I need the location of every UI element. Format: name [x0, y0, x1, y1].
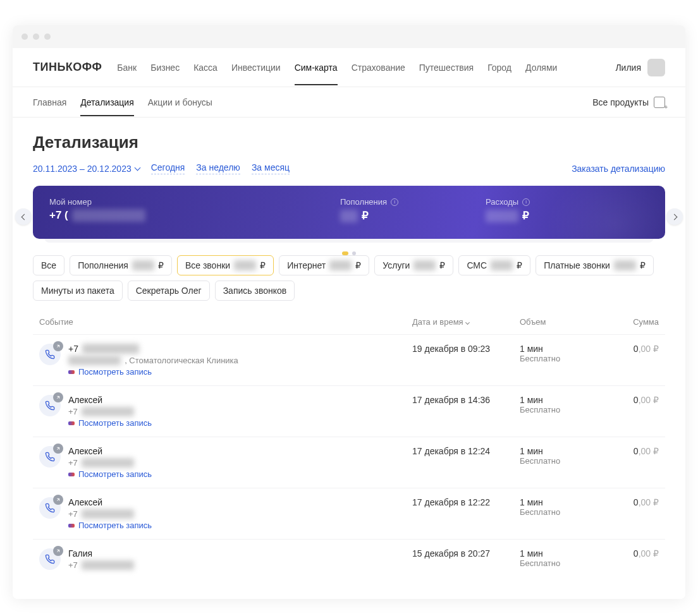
cell-sum: 0,00 ₽ [608, 446, 659, 479]
event-subtitle: 000 000 00 00, Стоматологическая Клиника [68, 356, 238, 365]
cell-sum: 0,00 ₽ [608, 497, 659, 530]
hero-topups-label: Пополненияi [340, 197, 486, 207]
th-sum[interactable]: Сумма [608, 317, 659, 327]
hero-expenses-label: Расходыi [486, 197, 649, 207]
filter-chip[interactable]: Секретарь Олег [128, 281, 210, 301]
hero-topups-value: 000₽ [340, 209, 486, 222]
masked-number: 000) 000-00-00 [72, 209, 145, 222]
topnav-item[interactable]: Касса [193, 50, 217, 85]
view-recording-link[interactable]: Посмотреть запись [68, 418, 152, 428]
filter-chip[interactable]: Все звонки00,00₽ [177, 255, 274, 275]
table-row[interactable]: Алексей+7 000 000 00 00Посмотреть запись… [33, 437, 665, 488]
topnav-item[interactable]: Банк [117, 50, 137, 85]
table-row[interactable]: Галия+7 000 000 00 0015 декабря в 20:271… [33, 540, 665, 579]
cell-volume: 1 минБесплатно [520, 344, 608, 377]
cell-volume: 1 минБесплатно [520, 446, 608, 479]
traffic-zoom[interactable] [44, 33, 51, 40]
chip-label: Услуги [383, 260, 410, 270]
masked-amount: 000 [340, 210, 358, 222]
browser-frame: ТИНЬКОФФ БанкБизнесКассаИнвестицииСим-ка… [13, 25, 685, 599]
subnav-item[interactable]: Акции и бонусы [148, 88, 212, 116]
filter-chip[interactable]: Минуты из пакета [33, 281, 123, 301]
topnav-item[interactable]: Страхование [352, 50, 405, 85]
filter-chip[interactable]: Все [33, 255, 64, 275]
cell-sum: 0,00 ₽ [608, 344, 659, 377]
range-month[interactable]: За месяц [252, 162, 290, 174]
user-name[interactable]: Лилия [615, 63, 641, 73]
masked-amount: 00,00 [132, 260, 154, 270]
masked-amount: 00,00 [329, 260, 352, 270]
subnav-item[interactable]: Главная [33, 88, 66, 116]
masked-amount: 00,00 [491, 260, 513, 270]
chip-label: Интернет [287, 260, 326, 270]
page-title: Детализация [33, 133, 665, 152]
th-volume[interactable]: Объем [520, 317, 608, 327]
phone-icon [39, 497, 61, 519]
all-products-link[interactable]: Все продукты [592, 97, 665, 108]
cell-date: 17 декабря в 12:22 [412, 497, 520, 530]
event-subtitle: +7 000 000 00 00 [68, 560, 134, 570]
topnav-item[interactable]: Город [487, 50, 511, 85]
masked-amount: 00,00 [413, 260, 436, 270]
topnav-item[interactable]: Путешествия [419, 50, 474, 85]
th-event[interactable]: Событие [39, 317, 412, 327]
cell-volume: 1 минБесплатно [520, 497, 608, 530]
masked-number: 000 000 00 00 [82, 407, 134, 416]
filter-chip[interactable]: Запись звонков [215, 281, 295, 301]
cell-volume: 1 минБесплатно [520, 548, 608, 570]
view-recording-link[interactable]: Посмотреть запись [68, 521, 152, 530]
event-title: Алексей [68, 446, 152, 456]
chip-currency: ₽ [260, 260, 266, 270]
masked-amount: 00,00 [234, 260, 256, 270]
avatar[interactable] [647, 59, 665, 76]
masked-number: 000 000 00 00 [68, 356, 121, 365]
topnav-item[interactable]: Сим-карта [295, 50, 338, 85]
recording-icon [68, 473, 75, 476]
chip-currency: ₽ [355, 260, 361, 270]
chip-currency: ₽ [640, 260, 646, 270]
topnav-item[interactable]: Инвестиции [231, 50, 281, 85]
table-row[interactable]: Алексей+7 000 000 00 00Посмотреть запись… [33, 386, 665, 437]
hero-number-prefix: +7 ( [49, 209, 68, 222]
cell-date: 17 декабря в 12:24 [412, 446, 520, 479]
order-detail-link[interactable]: Заказать детализацию [572, 164, 665, 174]
view-recording-link[interactable]: Посмотреть запись [68, 367, 238, 377]
th-date[interactable]: Дата и время [412, 317, 520, 327]
traffic-close[interactable] [21, 33, 28, 40]
range-week[interactable]: За неделю [196, 162, 240, 174]
masked-number: 000 000 00 00 [82, 509, 134, 519]
carousel-next[interactable] [666, 208, 683, 225]
browser-titlebar [13, 25, 685, 48]
topnav-item[interactable]: Бизнес [150, 50, 180, 85]
filter-chip[interactable]: Интернет00,00₽ [279, 255, 369, 275]
event-subtitle: +7 000 000 00 00 [68, 509, 152, 519]
date-range-picker[interactable]: 20.11.2023 – 20.12.2023 [33, 164, 140, 174]
view-recording-link[interactable]: Посмотреть запись [68, 469, 152, 479]
table-row[interactable]: +7 000 000 00 00000 000 00 00, Стоматоло… [33, 335, 665, 386]
masked-number: 000 000 00 00 [82, 560, 134, 570]
masked-number: 000 000 00 00 [82, 458, 134, 468]
chip-currency: ₽ [158, 260, 164, 270]
summary-card[interactable]: Мой номер +7 (000) 000-00-00 Пополненияi… [33, 186, 665, 239]
info-icon[interactable]: i [391, 198, 398, 206]
chip-label: Секретарь Олег [136, 286, 202, 296]
cell-date: 19 декабря в 09:23 [412, 344, 520, 377]
filter-chip[interactable]: СМС00,00₽ [458, 255, 530, 275]
table-row[interactable]: Алексей+7 000 000 00 00Посмотреть запись… [33, 488, 665, 540]
table-header: Событие Дата и время Объем Сумма [33, 310, 665, 335]
traffic-minimize[interactable] [33, 33, 39, 40]
chip-currency: ₽ [517, 260, 522, 270]
filter-chip[interactable]: Пополнения00,00₽ [70, 255, 172, 275]
date-range-text: 20.11.2023 – 20.12.2023 [33, 164, 132, 174]
info-icon[interactable]: i [522, 198, 530, 206]
incoming-badge-icon [53, 444, 63, 454]
carousel-prev[interactable] [15, 208, 32, 225]
range-today[interactable]: Сегодня [151, 162, 185, 174]
chip-label: Запись звонков [223, 286, 287, 296]
subnav-item[interactable]: Детализация [80, 88, 133, 116]
chip-label: СМС [467, 260, 487, 270]
recording-icon [68, 421, 75, 425]
topnav-item[interactable]: Долями [525, 50, 557, 85]
filter-chip[interactable]: Платные звонки00,00₽ [536, 255, 654, 275]
filter-chip[interactable]: Услуги00,00₽ [374, 255, 453, 275]
